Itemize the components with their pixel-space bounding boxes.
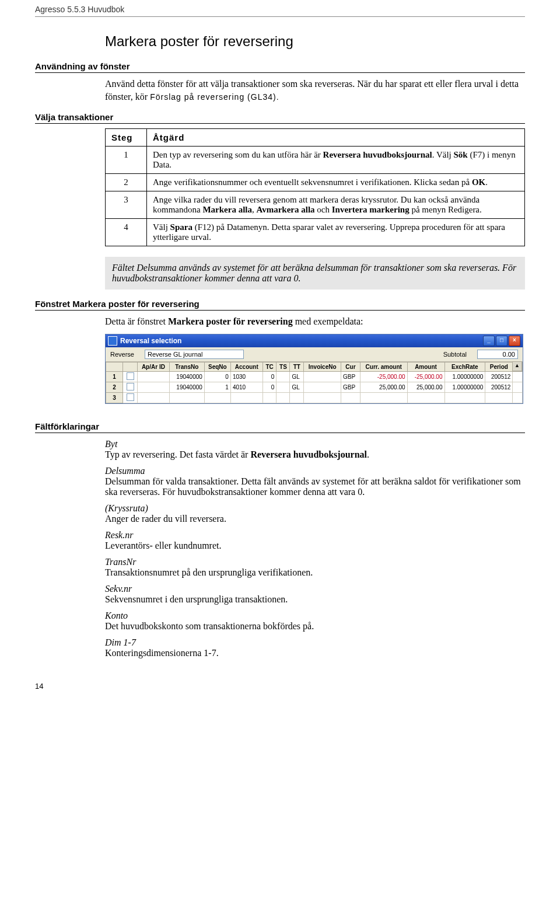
window-title-text: Reversal selection [120,337,483,345]
row-checkbox[interactable] [127,383,134,390]
grid-cell[interactable] [513,392,523,403]
grid-column-header[interactable]: TC [262,362,276,371]
row-number[interactable]: 1 [106,371,123,382]
step-action: Ange vilka rader du vill reversera genom… [147,191,525,219]
field-name: (Kryssruta) [105,503,525,514]
grid-cell[interactable]: 200512 [485,382,513,392]
field-description: Konteringsdimensionerna 1-7. [105,648,525,658]
checkbox-cell[interactable] [123,392,138,403]
field-explanation: Dim 1-7Konteringsdimensionerna 1-7. [105,637,525,658]
field-description: Det huvudbokskonto som transaktionerna b… [105,621,525,632]
subtotal-field[interactable]: 0.00 [477,350,518,359]
row-number[interactable]: 2 [106,382,123,392]
grid-cell[interactable]: 4010 [230,382,262,392]
checkbox-cell[interactable] [123,382,138,392]
grid-cell[interactable] [407,392,444,403]
field-name: Sekv.nr [105,584,525,594]
grid-cell[interactable]: GL [290,371,304,382]
grid-cell[interactable]: -25,000.00 [360,371,407,382]
grid-cell[interactable]: 25,000.00 [360,382,407,392]
grid-cell[interactable] [513,371,523,382]
row-checkbox[interactable] [127,393,134,401]
grid-column-header[interactable]: Amount [407,362,444,371]
row-checkbox[interactable] [127,372,134,380]
grid-cell[interactable]: 1.00000000 [444,382,485,392]
grid-cell[interactable] [304,392,341,403]
grid-cell[interactable] [262,392,276,403]
row-number[interactable]: 3 [106,392,123,403]
grid-cell[interactable]: -25,000.00 [407,371,444,382]
step-number: 4 [106,219,147,246]
grid-cell[interactable]: 0 [262,382,276,392]
grid-cell[interactable] [138,392,170,403]
data-grid[interactable]: Ap/Ar IDTransNoSeqNoAccountTCTSTTInvoice… [106,362,523,403]
table-row[interactable]: 119040000010300GLGBP-25,000.00-25,000.00… [106,371,523,382]
step-row: 3Ange vilka rader du vill reversera geno… [106,191,525,219]
grid-column-header[interactable]: TransNo [169,362,204,371]
scroll-up-button[interactable]: ▲ [512,361,522,371]
grid-column-header[interactable] [123,362,138,371]
step-number: 2 [106,174,147,191]
grid-cell[interactable] [138,382,170,392]
grid-cell[interactable] [169,392,204,403]
grid-cell[interactable] [444,392,485,403]
step-row: 1Den typ av reversering som du kan utför… [106,147,525,174]
grid-cell[interactable] [513,382,523,392]
grid-cell[interactable] [485,392,513,403]
grid-column-header[interactable]: InvoiceNo [304,362,341,371]
field-explanation: DelsummaDelsumman för valda transaktione… [105,466,525,497]
grid-cell[interactable] [341,392,360,403]
field-explanation: (Kryssruta)Anger de rader du vill revers… [105,503,525,524]
grid-cell[interactable] [230,392,262,403]
page-title: Markera poster för reversering [105,33,525,50]
page-header: Agresso 5.5.3 Huvudbok [35,0,525,17]
grid-cell[interactable] [290,392,304,403]
grid-column-header[interactable]: Cur [341,362,360,371]
grid-cell[interactable]: 25,000.00 [407,382,444,392]
grid-cell[interactable]: 1030 [230,371,262,382]
grid-cell[interactable] [204,392,230,403]
table-row[interactable]: 3 [106,392,523,403]
reverse-field[interactable]: Reverse GL journal [145,350,244,359]
grid-column-header[interactable] [106,362,123,371]
grid-cell[interactable]: GBP [341,382,360,392]
field-explanation: Sekv.nrSekvensnumret i den ursprungliga … [105,584,525,605]
app-icon [108,336,117,346]
field-name: Konto [105,611,525,621]
grid-column-header[interactable]: Ap/Ar ID [138,362,170,371]
grid-cell[interactable] [276,382,290,392]
close-button[interactable]: × [509,336,520,346]
grid-cell[interactable] [138,371,170,382]
grid-column-header[interactable]: Account [230,362,262,371]
checkbox-cell[interactable] [123,371,138,382]
grid-cell[interactable] [304,371,341,382]
grid-cell[interactable] [304,382,341,392]
grid-cell[interactable] [360,392,407,403]
section-window-heading: Fönstret Markera poster för reversering [35,299,525,311]
usage-paragraph: Använd detta fönster för att välja trans… [105,78,525,103]
maximize-button[interactable]: □ [496,336,508,346]
grid-cell[interactable]: 1 [204,382,230,392]
section-usage-heading: Användning av fönster [35,61,525,73]
grid-cell[interactable]: 19040000 [169,371,204,382]
step-action: Välj Spara (F12) på Datamenyn. Detta spa… [147,219,525,246]
grid-column-header[interactable]: Curr. amount [360,362,407,371]
step-action: Den typ av reversering som du kan utföra… [147,147,525,174]
grid-cell[interactable]: GL [290,382,304,392]
grid-column-header[interactable]: TS [276,362,290,371]
grid-column-header[interactable]: TT [290,362,304,371]
grid-column-header[interactable]: Period [485,362,513,371]
window-titlebar[interactable]: Reversal selection _ □ × [106,334,523,347]
grid-cell[interactable]: 0 [204,371,230,382]
grid-cell[interactable]: 200512 [485,371,513,382]
grid-cell[interactable] [276,392,290,403]
grid-column-header[interactable]: ExchRate [444,362,485,371]
minimize-button[interactable]: _ [483,336,495,346]
grid-cell[interactable]: GBP [341,371,360,382]
grid-cell[interactable] [276,371,290,382]
grid-cell[interactable]: 19040000 [169,382,204,392]
grid-cell[interactable]: 1.00000000 [444,371,485,382]
grid-cell[interactable]: 0 [262,371,276,382]
table-row[interactable]: 219040000140100GLGBP25,000.0025,000.001.… [106,382,523,392]
grid-column-header[interactable]: SeqNo [204,362,230,371]
